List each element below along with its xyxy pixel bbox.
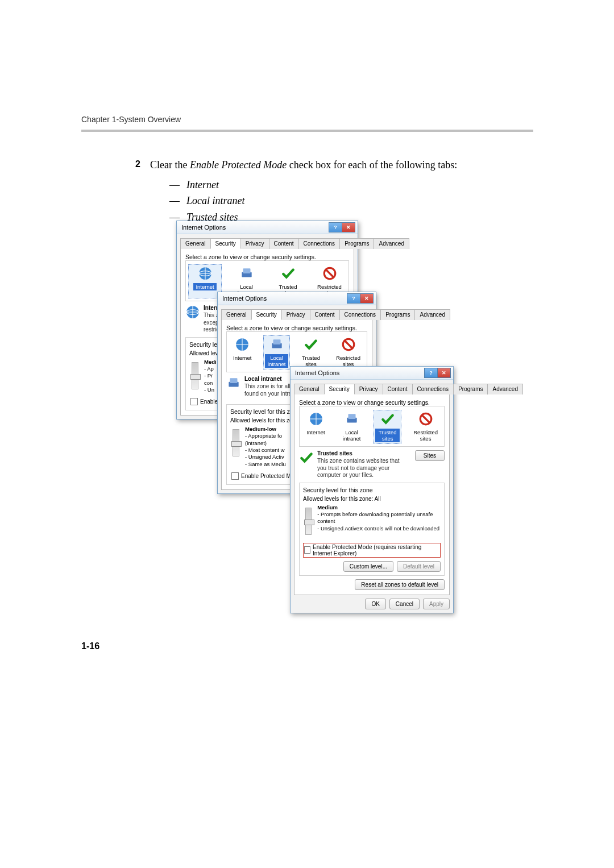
zone-local-intranet[interactable]: Local intranet xyxy=(338,410,366,444)
zone-label: Local intranet xyxy=(265,354,288,368)
help-button[interactable]: ? xyxy=(424,368,437,378)
zone-label: Internet xyxy=(193,283,216,290)
zone-label: Internet xyxy=(231,354,254,362)
tab-content[interactable]: Content xyxy=(310,309,340,320)
check-icon xyxy=(281,266,296,281)
globe-icon xyxy=(198,266,213,281)
tab-programs[interactable]: Programs xyxy=(339,238,374,249)
level-detail: - Unsigned Activ xyxy=(245,454,284,460)
level-detail: - Most content w xyxy=(245,447,285,453)
svg-rect-3 xyxy=(243,268,250,273)
level-detail: - Un xyxy=(204,387,214,393)
security-slider[interactable] xyxy=(233,429,239,456)
dialog-internet-options-3: Internet Options ? ✕ General Security Pr… xyxy=(290,366,454,613)
svg-rect-14 xyxy=(230,378,238,383)
zone-restricted-sites[interactable]: Restricted sites xyxy=(332,335,364,369)
tab-privacy[interactable]: Privacy xyxy=(281,309,310,320)
security-slider[interactable] xyxy=(192,362,198,389)
level-detail: - Ap xyxy=(204,366,214,372)
globe-icon xyxy=(235,337,250,352)
step-text: 2 Clear the Enable Protected Mode check … xyxy=(150,158,533,224)
slider-thumb[interactable] xyxy=(190,374,201,380)
tab-programs[interactable]: Programs xyxy=(380,309,415,320)
bullet-2: Local intranet xyxy=(186,195,245,206)
svg-line-19 xyxy=(422,416,429,423)
zone-internet[interactable]: Internet xyxy=(229,335,255,369)
apply-button[interactable]: Apply xyxy=(423,599,450,609)
tab-programs[interactable]: Programs xyxy=(453,384,488,394)
level-detail: - Pr xyxy=(204,372,213,379)
tab-privacy[interactable]: Privacy xyxy=(240,238,269,249)
dialog-title: Internet Options xyxy=(181,224,226,231)
check-icon xyxy=(299,450,314,465)
enable-protected-mode-checkbox[interactable]: Enable Protected Mode (requires restarti… xyxy=(303,543,441,558)
level-detail: - Prompts before downloading potentially… xyxy=(317,511,433,524)
default-level-button[interactable]: Default level xyxy=(397,561,441,572)
help-button[interactable]: ? xyxy=(347,293,360,304)
tab-advanced[interactable]: Advanced xyxy=(374,238,409,249)
dialog-title: Internet Options xyxy=(295,369,339,376)
intranet-icon xyxy=(345,412,359,426)
zone-label: Internet xyxy=(304,429,327,436)
tab-general[interactable]: General xyxy=(221,309,252,320)
checkbox-icon xyxy=(231,472,239,480)
allowed-levels-label: Allowed levels for this zone: All xyxy=(303,496,441,502)
zone-label: Local intranet xyxy=(339,429,364,442)
bullet-dash: — xyxy=(169,178,186,192)
page-number: 1-16 xyxy=(81,641,99,651)
level-detail: (intranet) xyxy=(245,440,267,446)
tab-connections[interactable]: Connections xyxy=(339,309,381,320)
bullet-1: Internet xyxy=(186,179,219,190)
slider-thumb[interactable] xyxy=(304,520,314,525)
intranet-icon xyxy=(226,376,241,391)
zone-internet[interactable]: Internet xyxy=(302,410,330,444)
sites-button[interactable]: Sites xyxy=(415,450,445,461)
level-detail: con xyxy=(204,380,213,386)
svg-line-12 xyxy=(345,341,352,348)
cancel-button[interactable]: Cancel xyxy=(389,599,420,609)
tab-content[interactable]: Content xyxy=(383,384,413,394)
level-name: Medi xyxy=(204,359,217,365)
svg-line-5 xyxy=(326,270,333,277)
tab-advanced[interactable]: Advanced xyxy=(487,384,522,394)
zone-trusted-sites[interactable]: Trusted sites xyxy=(374,410,401,444)
zone-local-intranet[interactable]: Local intranet xyxy=(263,335,289,369)
zone-trusted-sites[interactable]: Trusted sites xyxy=(298,335,324,369)
step-text-2: check box for each of the following tabs… xyxy=(287,159,457,171)
tab-security[interactable]: Security xyxy=(324,384,355,394)
tab-security[interactable]: Security xyxy=(210,238,241,249)
ok-button[interactable]: OK xyxy=(365,599,385,609)
level-name: Medium-low xyxy=(245,426,276,432)
step-text-1: Clear the xyxy=(150,159,190,171)
level-detail: - Appropriate fo xyxy=(245,433,282,439)
level-detail: - Unsigned ActiveX controls will not be … xyxy=(317,525,439,531)
close-button[interactable]: ✕ xyxy=(360,293,374,304)
tab-general[interactable]: General xyxy=(294,384,325,394)
zone-desc: This zone contains websites that you tru… xyxy=(317,458,408,479)
tab-content[interactable]: Content xyxy=(269,238,299,249)
step-number: 2 xyxy=(135,158,140,171)
bullet-dash: — xyxy=(169,194,186,207)
slider-thumb[interactable] xyxy=(231,441,242,447)
custom-level-button[interactable]: Custom level... xyxy=(343,561,393,572)
tab-advanced[interactable]: Advanced xyxy=(414,309,450,320)
zone-label: Trusted sites xyxy=(375,429,400,442)
chapter-heading: Chapter 1-System Overview xyxy=(81,115,181,124)
close-button[interactable]: ✕ xyxy=(437,368,451,378)
tab-security[interactable]: Security xyxy=(251,309,282,320)
security-level-group: Security level for this zone Allowed lev… xyxy=(299,483,445,576)
tab-privacy[interactable]: Privacy xyxy=(354,384,383,394)
tab-connections[interactable]: Connections xyxy=(412,384,454,394)
level-name: Medium xyxy=(317,504,338,510)
security-slider[interactable] xyxy=(305,508,312,535)
tab-connections[interactable]: Connections xyxy=(298,238,341,249)
zone-restricted-sites[interactable]: Restricted sites xyxy=(409,410,442,444)
restricted-icon xyxy=(341,337,356,352)
zone-name-heading: Trusted sites xyxy=(317,450,412,456)
help-button[interactable]: ? xyxy=(329,222,342,232)
reset-all-zones-button[interactable]: Reset all zones to default level xyxy=(355,579,445,590)
zone-list: Internet Local intranet Trusted sites Re… xyxy=(299,406,445,447)
tab-general[interactable]: General xyxy=(180,238,211,249)
close-button[interactable]: ✕ xyxy=(342,222,355,232)
svg-rect-17 xyxy=(348,414,355,419)
